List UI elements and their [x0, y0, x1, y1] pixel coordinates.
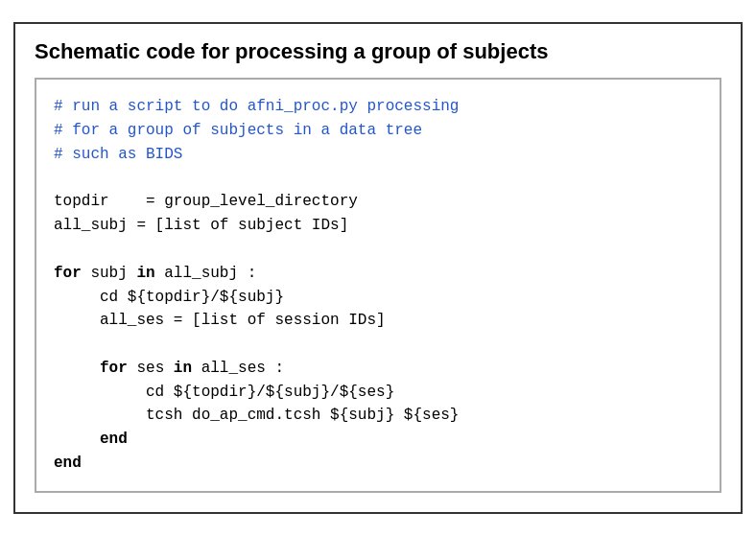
- blank-line-1: [54, 167, 702, 191]
- comment-line-1: # run a script to do afni_proc.py proces…: [54, 95, 702, 119]
- for-ses-text: ses: [128, 360, 174, 377]
- comment-line-3: # such as BIDS: [54, 143, 702, 167]
- cd-ses-line: cd ${topdir}/${subj}/${ses}: [54, 381, 702, 405]
- code-block: # run a script to do afni_proc.py proces…: [35, 78, 721, 493]
- comment-line-2: # for a group of subjects in a data tree: [54, 119, 702, 143]
- for-keyword-2: for: [100, 360, 128, 377]
- blank-line-2: [54, 238, 702, 262]
- outer-end-line: end: [54, 452, 702, 476]
- page-title: Schematic code for processing a group of…: [35, 39, 721, 64]
- for-loop-1: for subj in all_subj :: [54, 262, 702, 286]
- end-inner-text: [54, 431, 100, 448]
- blank-line-3: [54, 333, 702, 357]
- for-subj-text: subj: [82, 265, 137, 282]
- for-subj-rest: all_subj :: [155, 265, 257, 282]
- end-keyword-outer: end: [54, 454, 82, 472]
- cd-subj-line: cd ${topdir}/${subj}: [54, 286, 702, 310]
- all-ses-line: all_ses = [list of session IDs]: [54, 309, 702, 333]
- in-keyword-1: in: [136, 265, 154, 282]
- topdir-line: topdir = group_level_directory: [54, 190, 702, 214]
- for-indent: [54, 360, 100, 377]
- main-container: Schematic code for processing a group of…: [13, 22, 743, 514]
- for-keyword-1: for: [54, 265, 82, 282]
- inner-end-line: end: [54, 428, 702, 452]
- for-loop-2: for ses in all_ses :: [54, 357, 702, 381]
- end-keyword-inner: end: [100, 431, 128, 448]
- tcsh-line: tcsh do_ap_cmd.tcsh ${subj} ${ses}: [54, 404, 702, 428]
- all-subj-line: all_subj = [list of subject IDs]: [54, 214, 702, 238]
- for-ses-rest: all_ses :: [192, 360, 284, 377]
- in-keyword-2: in: [174, 360, 192, 377]
